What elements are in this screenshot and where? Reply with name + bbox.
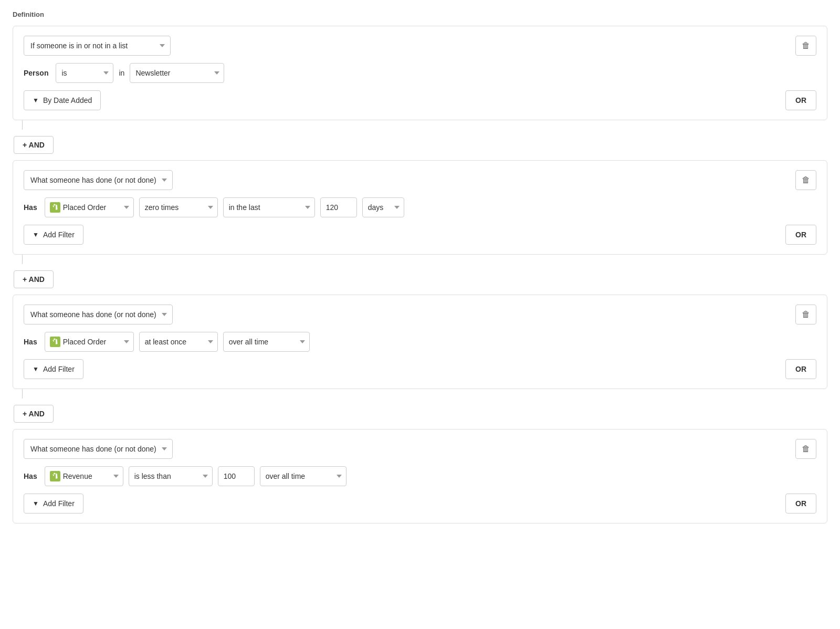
block4-filter-label: Add Filter [43,499,75,508]
delete-icon-4: 🗑 [802,444,810,454]
block3-bottom-row: ▼ Add Filter OR [24,359,816,379]
block2-or-label: OR [795,230,806,239]
and-button-2[interactable]: + AND [14,270,54,288]
delete-icon-3: 🗑 [802,310,810,319]
and-label-1: + AND [23,141,45,149]
block2-type-select[interactable]: What someone has done (or not done) If s… [24,170,173,190]
block1-person-label: Person [24,69,48,77]
and-connector-2: + AND [13,270,827,288]
block3-or-button[interactable]: OR [785,359,816,379]
block2-bottom-row: ▼ Add Filter OR [24,225,816,245]
block2-frequency-select[interactable]: zero times at least once exactly more th… [139,197,218,217]
block1-person-condition-select[interactable]: is is not [56,63,113,83]
block3-event-select[interactable]: Placed Order Opened Email Clicked Email … [63,332,131,351]
block2-delete-button[interactable]: 🗑 [795,170,816,190]
block1-delete-button[interactable]: 🗑 [795,36,816,56]
block1-filter-button[interactable]: ▼ By Date Added [24,90,101,110]
block1-header: If someone is in or not in a list 🗑 [24,36,816,56]
block4-type-select[interactable]: What someone has done (or not done) If s… [24,439,173,459]
block1-in-label: in [119,69,124,77]
svg-rect-0 [50,202,60,213]
shopify-icon-4 [49,470,61,482]
block3-time-select[interactable]: over all time in the last between dates … [223,332,310,352]
condition-block-2: What someone has done (or not done) If s… [13,160,827,255]
block4-delete-button[interactable]: 🗑 [795,439,816,459]
svg-rect-2 [50,471,60,481]
block2-has-label: Has [24,203,37,212]
block1-type-select[interactable]: If someone is in or not in a list [24,36,171,56]
block4-number-input[interactable] [218,466,255,486]
condition-block-4: What someone has done (or not done) If s… [13,429,827,523]
and-label-2: + AND [23,275,45,284]
filter-icon-4: ▼ [33,500,39,507]
block4-or-button[interactable]: OR [785,494,816,513]
block3-conditions: Has Placed Order Opened Email Clicked Em… [24,332,816,352]
block3-delete-button[interactable]: 🗑 [795,305,816,324]
connector-line-2 [13,255,827,264]
definition-section: Definition If someone is in or not in a … [13,11,827,523]
block2-event-select[interactable]: Placed Order Opened Email Clicked Email … [63,198,131,217]
block3-type-select[interactable]: What someone has done (or not done) If s… [24,305,173,324]
filter-icon-2: ▼ [33,231,39,238]
condition-block-3: What someone has done (or not done) If s… [13,295,827,389]
block1-list-select[interactable]: Newsletter VIP List Subscribers [130,63,224,83]
block3-filter-label: Add Filter [43,365,75,373]
block4-operator-select[interactable]: is less than is greater than is equal to… [129,466,213,486]
block2-event-wrapper: Placed Order Opened Email Clicked Email … [45,197,134,217]
and-button-3[interactable]: + AND [14,405,54,423]
and-connector-1: + AND [13,136,827,154]
block4-event-select[interactable]: Revenue Placed Order Opened Email Clicke… [63,467,121,486]
block2-filter-button[interactable]: ▼ Add Filter [24,225,83,245]
definition-label: Definition [13,11,827,18]
block1-bottom-row: ▼ By Date Added OR [24,90,816,110]
connector-line-1 [13,120,827,130]
block4-time-select[interactable]: over all time in the last between dates … [260,466,346,486]
block4-bottom-row: ▼ Add Filter OR [24,494,816,513]
and-connector-3: + AND [13,405,827,423]
connector-line-3 [13,389,827,399]
block3-header: What someone has done (or not done) If s… [24,305,816,324]
block2-or-button[interactable]: OR [785,225,816,245]
vertical-line-2 [22,255,23,264]
block4-event-wrapper: Revenue Placed Order Opened Email Clicke… [45,466,123,486]
block1-filter-label: By Date Added [43,96,92,104]
block3-frequency-select[interactable]: at least once zero times exactly more th… [139,332,218,352]
vertical-line-3 [22,389,23,399]
condition-block-1: If someone is in or not in a list 🗑 Pers… [13,26,827,120]
block4-has-label: Has [24,472,37,480]
block1-or-label: OR [795,96,806,104]
block2-number-input[interactable] [320,197,357,217]
block3-or-label: OR [795,365,806,373]
block2-filter-label: Add Filter [43,230,75,239]
delete-icon-2: 🗑 [802,175,810,185]
block2-header: What someone has done (or not done) If s… [24,170,816,190]
block1-or-button[interactable]: OR [785,90,816,110]
filter-icon: ▼ [33,97,39,104]
shopify-icon-2 [49,202,61,213]
block3-filter-button[interactable]: ▼ Add Filter [24,359,83,379]
svg-rect-1 [50,337,60,347]
delete-icon: 🗑 [802,41,810,50]
and-label-3: + AND [23,410,45,418]
block2-conditions: Has Placed Order Opened Email Clicked Em… [24,197,816,217]
block2-time-select[interactable]: in the last over all time between dates … [223,197,315,217]
block4-conditions: Has Revenue Placed Order Opened Email Cl… [24,466,816,486]
block4-or-label: OR [795,499,806,508]
block4-filter-button[interactable]: ▼ Add Filter [24,494,83,513]
block4-header: What someone has done (or not done) If s… [24,439,816,459]
block2-unit-select[interactable]: days weeks months [362,197,404,217]
shopify-icon-3 [49,336,61,348]
filter-icon-3: ▼ [33,365,39,373]
block1-conditions: Person is is not in Newsletter VIP List … [24,63,816,83]
and-button-1[interactable]: + AND [14,136,54,154]
vertical-line-1 [22,120,23,130]
block3-has-label: Has [24,338,37,346]
block3-event-wrapper: Placed Order Opened Email Clicked Email … [45,332,134,352]
